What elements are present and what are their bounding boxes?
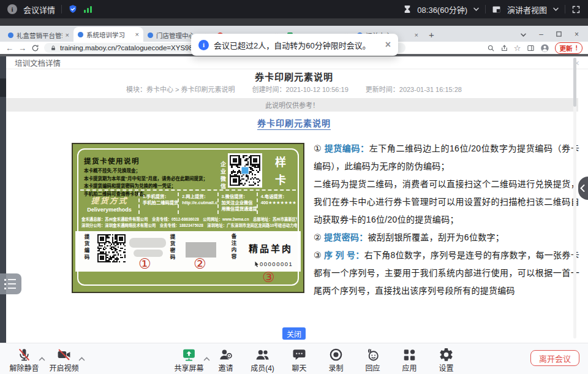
divider [565, 5, 565, 13]
close-window-button[interactable]: × [568, 29, 586, 39]
tab-favicon-icon [78, 32, 83, 37]
toolbar-center-group: 共享屏幕 邀请 成员(4) 聊天 录制 回应 应用 设置 [172, 346, 463, 373]
maximize-button[interactable] [550, 29, 568, 39]
tab-search-chevron-icon[interactable] [514, 29, 532, 39]
meeting-info-icon[interactable]: i [7, 4, 17, 14]
wechat-label: 企业微信 [219, 161, 227, 191]
chevron-up-icon[interactable] [78, 353, 85, 364]
meeting-timer: 08:36(60分钟) [417, 4, 467, 15]
serial-number: 00000001 [255, 261, 293, 267]
toolbar-members-button[interactable]: 成员(4) [246, 346, 279, 373]
tab-close-icon[interactable]: × [415, 31, 418, 39]
shared-screen-background [0, 18, 588, 26]
side-panel-icon[interactable] [527, 44, 535, 52]
scrollbar-thumb[interactable] [573, 58, 576, 107]
company-line: 深圳分公司：深圳金禾通网络技术有限公司 业务专线：18823475028 深圳地… [81, 223, 297, 229]
topbar-left: i 会议详情 [7, 4, 92, 15]
banner-text: 会议已超过2人，自动转为60分钟限时会议。 [214, 39, 380, 51]
window-controls: – × [514, 29, 588, 39]
profile-avatar-icon[interactable] [540, 44, 549, 53]
toolbar-chat-button[interactable]: 聊天 [282, 346, 316, 373]
delivery-title-en: Deliverymethods [87, 207, 132, 213]
security-shield-icon[interactable] [68, 4, 78, 14]
toolbar-react-label: 回应 [365, 362, 380, 373]
react-icon [365, 346, 380, 362]
created-time: 创建时间：2021-10-12 10:56:19 [252, 84, 349, 94]
fullscreen-icon[interactable] [571, 5, 581, 14]
forward-icon[interactable]: → [18, 44, 26, 52]
meeting-details-label[interactable]: 会议详情 [23, 4, 55, 15]
description-paragraph: ① 提货编码：左下角二维码边上的16位/20位数字为提货编码（券卡编码），此编码… [314, 140, 579, 175]
tab-label: 系统培训学习 [86, 30, 132, 39]
browser-tab[interactable]: 系统培训学习 × [74, 27, 143, 42]
toolbar-react-button[interactable]: 回应 [356, 346, 390, 373]
view-chevron-down-icon[interactable] [553, 7, 559, 11]
banner-close-icon[interactable]: × [385, 39, 391, 50]
bookmark-star-icon[interactable]: ☆ [514, 44, 521, 52]
settings-icon [439, 346, 454, 362]
updated-time: 更新时间：2023-01-31 16:15:28 [366, 84, 462, 94]
toolbar-members-label: 成员(4) [251, 362, 274, 373]
company-line: 金禾通总部：苏州金禾通软件有限公司 业务专线：0512-68636028 公司网… [81, 216, 297, 223]
meeting-notification-banner: i 会议已超过2人，自动转为60分钟限时会议。 × [191, 34, 398, 56]
catalog-list-button[interactable] [0, 273, 21, 294]
toolbar-apps-button[interactable]: 应用 [393, 346, 426, 373]
back-icon[interactable]: ← [6, 44, 13, 52]
share-page-icon[interactable] [500, 44, 508, 52]
sample-card-label: 样卡 [271, 156, 287, 192]
tab-close-icon[interactable]: × [135, 31, 139, 38]
toolbar-share-label: 共享屏幕 [174, 362, 203, 373]
browser-tab[interactable]: 礼盒营销平台管理中心 × [4, 28, 74, 42]
tab-favicon-icon [8, 32, 13, 38]
close-document-button[interactable]: 关闭 [282, 327, 306, 340]
network-signal-icon[interactable] [84, 6, 92, 13]
zoom-icon[interactable] [487, 44, 495, 52]
description-paragraph: 二维码为提货二维码，消费者可以直接扫这个二维码进行兑换提货，我们在券卡中心进行券… [314, 175, 579, 229]
meeting-window: i 会议详情 08:36(60分钟) 演讲者视图 [0, 0, 588, 374]
list-icon [4, 279, 21, 281]
pickup-password-label: 提货密码 [168, 234, 176, 261]
delivery-method: 1.手机提货：手机拍二维码提货 [138, 193, 178, 214]
topbar-right: 08:36(60分钟) 演讲者视图 [404, 4, 581, 15]
usage-line: 本卡提货期为本年度"月中旬至"月底，请务必在此期间提货； [84, 175, 224, 183]
section-heading: 券卡印刷元素说明 [0, 116, 588, 129]
toolbar-video-button[interactable]: 开启视频 [47, 346, 81, 373]
toolbar-share-button[interactable]: 共享屏幕 [172, 346, 206, 373]
divider [485, 5, 486, 13]
page-sidebar-rail [0, 56, 6, 343]
lock-icon [50, 45, 56, 52]
toolbar-unmute-label: 解除静音 [9, 362, 39, 373]
toolbar-record-button[interactable]: 录制 [319, 346, 353, 373]
delivery-method: 3.微信提货：加关注企业微信用微信提货通道提货 [217, 193, 257, 214]
toolbar-settings-button[interactable]: 设置 [429, 346, 463, 373]
collapse-panel-handle[interactable] [578, 177, 588, 200]
toolbar-invite-button[interactable]: 邀请 [209, 346, 243, 373]
chevron-up-icon[interactable] [39, 353, 45, 364]
delivery-title-cn: 提货方式 [91, 194, 127, 206]
description-text: ① 提货编码：左下角二维码边上的16位/20位数字为提货编码（券卡编码），此编码… [314, 140, 579, 300]
cursor-icon [255, 261, 259, 267]
card-code-band: 提货编码 ① 提货密码 ② 备注内容 精品羊肉 00000001 [75, 231, 301, 272]
new-tab-button[interactable]: + [429, 30, 434, 39]
info-icon: i [198, 40, 209, 50]
browser-update-button[interactable]: 更新 ! [555, 42, 583, 54]
toolbar-settings-label: 设置 [439, 362, 453, 373]
toolbar-unmute-button[interactable]: 解除静音 [7, 346, 41, 373]
page-scrollbar[interactable] [573, 58, 576, 338]
card-usage-title: 提货卡使用说明 [84, 156, 224, 166]
timer-chevron-down-icon[interactable] [473, 7, 479, 11]
video-icon [56, 346, 72, 362]
reload-icon[interactable] [31, 44, 39, 52]
view-mode-label[interactable]: 演讲者视图 [507, 4, 547, 15]
web-page: 培训文档详情 × 券卡印刷元素说明 模块：券卡中心 > 券卡印刷元素说明 创建时… [0, 54, 588, 343]
tab-label: 礼盒营销平台管理中心 [17, 31, 62, 40]
document-title: 券卡印刷元素说明 [0, 70, 588, 83]
leave-meeting-button[interactable]: 离开会议 [530, 350, 579, 366]
layout-view-icon[interactable] [492, 5, 501, 14]
tab-close-icon[interactable]: × [66, 31, 69, 39]
minimize-button[interactable]: – [532, 29, 550, 39]
tab-favicon-icon [148, 32, 153, 38]
toolbar-video-label: 开启视频 [49, 362, 78, 373]
product-name: 精品羊肉 [249, 242, 293, 254]
toolbar-chat-label: 聊天 [292, 362, 306, 373]
